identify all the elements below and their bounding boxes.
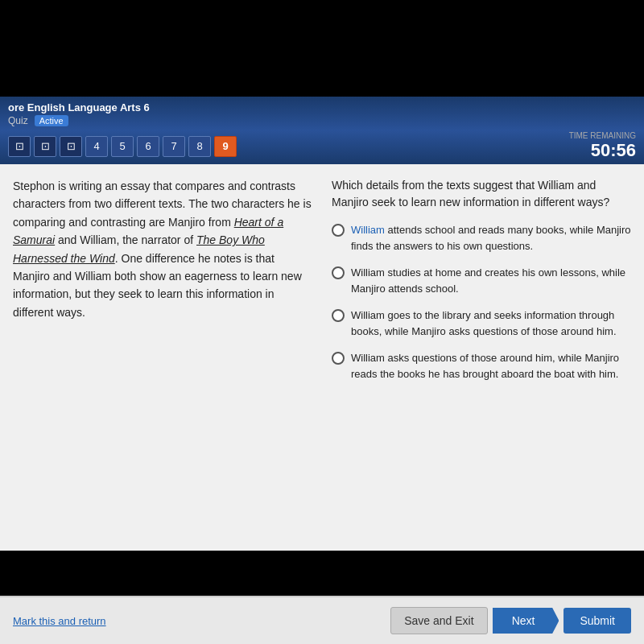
save-exit-button[interactable]: Save and Exit: [390, 607, 487, 634]
page-title: ore English Language Arts 6: [8, 101, 636, 114]
passage-mid: and William, the narrator of: [55, 233, 196, 246]
question-nav: ⊡ ⊡ ⊡ 4 5 6 7 8 9: [8, 136, 237, 157]
question-text: Which details from the texts suggest tha…: [332, 177, 631, 211]
passage-text: Stephon is writing an essay that compare…: [13, 177, 325, 538]
option-b-text: William studies at home and creates his …: [351, 265, 631, 296]
submit-button[interactable]: Submit: [564, 608, 631, 634]
status-badge: Active: [35, 115, 68, 126]
time-remaining: TIME REMAINING 50:56: [569, 131, 636, 161]
option-a-text: William attends school and reads many bo…: [351, 222, 631, 254]
question-num-9[interactable]: 9: [214, 136, 237, 157]
radio-c[interactable]: [332, 309, 345, 322]
quiz-label: Quiz: [8, 115, 28, 126]
radio-d[interactable]: [332, 352, 345, 365]
radio-b[interactable]: [332, 266, 345, 279]
nav-icon-3[interactable]: ⊡: [60, 136, 82, 157]
question-num-6[interactable]: 6: [137, 136, 159, 157]
option-d[interactable]: William asks questions of those around h…: [332, 350, 631, 382]
question-num-4[interactable]: 4: [85, 136, 108, 157]
time-value: 50:56: [569, 140, 636, 161]
bottom-toolbar: Mark this and return Save and Exit Next …: [0, 596, 644, 644]
option-b[interactable]: William studies at home and creates his …: [332, 265, 631, 296]
nav-icon-2[interactable]: ⊡: [34, 136, 56, 157]
action-buttons: Save and Exit Next Submit: [390, 607, 631, 634]
time-remaining-label: TIME REMAINING: [569, 131, 636, 140]
option-c[interactable]: William goes to the library and seeks in…: [332, 308, 631, 339]
option-c-text: William goes to the library and seeks in…: [351, 308, 631, 339]
option-d-text: William asks questions of those around h…: [351, 350, 631, 382]
mark-return-button[interactable]: Mark this and return: [13, 615, 106, 627]
question-num-5[interactable]: 5: [111, 136, 134, 157]
option-a[interactable]: William attends school and reads many bo…: [332, 222, 631, 254]
question-num-8[interactable]: 8: [188, 136, 211, 157]
next-button[interactable]: Next: [493, 608, 559, 634]
option-a-highlight: William: [351, 224, 385, 236]
question-area: Which details from the texts suggest tha…: [325, 177, 631, 538]
question-num-7[interactable]: 7: [163, 136, 185, 157]
radio-a[interactable]: [332, 224, 345, 237]
nav-icon-1[interactable]: ⊡: [8, 136, 31, 157]
